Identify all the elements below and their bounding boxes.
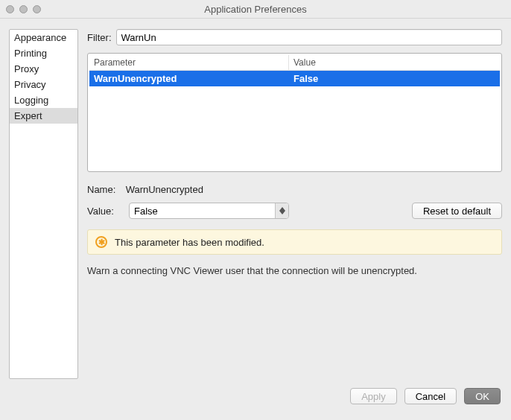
- cancel-button[interactable]: Cancel: [404, 388, 457, 404]
- sidebar-item-proxy[interactable]: Proxy: [10, 61, 77, 77]
- cell-parameter: WarnUnencrypted: [89, 71, 289, 86]
- filter-label: Filter:: [87, 32, 112, 43]
- filter-input[interactable]: [116, 29, 503, 45]
- filter-row: Filter:: [87, 29, 502, 45]
- info-icon: ✱: [95, 236, 107, 248]
- sidebar-item-appearance[interactable]: Appearance: [10, 30, 77, 45]
- column-header-parameter[interactable]: Parameter: [89, 55, 289, 71]
- cell-value: False: [289, 71, 500, 86]
- dialog-footer: Apply Cancel OK: [0, 385, 511, 415]
- reset-to-default-button[interactable]: Reset to default: [412, 203, 502, 219]
- category-sidebar: Appearance Printing Proxy Privacy Loggin…: [9, 29, 78, 379]
- sidebar-item-printing[interactable]: Printing: [10, 45, 77, 61]
- content-area: Appearance Printing Proxy Privacy Loggin…: [0, 19, 511, 385]
- sidebar-item-logging[interactable]: Logging: [10, 92, 77, 108]
- value-select[interactable]: False: [129, 203, 289, 219]
- parameter-table: Parameter Value WarnUnencrypted False: [87, 53, 502, 172]
- column-header-value[interactable]: Value: [289, 55, 500, 71]
- sidebar-item-privacy[interactable]: Privacy: [10, 77, 77, 92]
- notice-text: This parameter has been modified.: [115, 237, 264, 248]
- value-row: Value: False Reset to default: [87, 203, 502, 219]
- name-row: Name: WarnUnencrypted: [87, 184, 502, 195]
- apply-button[interactable]: Apply: [350, 388, 397, 404]
- modified-notice: ✱ This parameter has been modified.: [87, 229, 502, 255]
- window-title: Application Preferences: [0, 4, 511, 15]
- ok-button[interactable]: OK: [464, 388, 501, 404]
- sidebar-item-expert[interactable]: Expert: [10, 108, 77, 124]
- main-panel: Filter: Parameter Value WarnUnencrypted …: [87, 29, 502, 379]
- table-body[interactable]: WarnUnencrypted False: [89, 71, 500, 170]
- name-label: Name:: [87, 184, 123, 195]
- title-bar: Application Preferences: [0, 0, 511, 18]
- name-value: WarnUnencrypted: [126, 184, 203, 195]
- parameter-description: Warn a connecting VNC Viewer user that t…: [87, 265, 502, 276]
- value-label: Value:: [87, 206, 123, 217]
- table-row[interactable]: WarnUnencrypted False: [89, 71, 500, 86]
- table-header: Parameter Value: [89, 55, 500, 71]
- value-select-wrap: False: [129, 203, 289, 219]
